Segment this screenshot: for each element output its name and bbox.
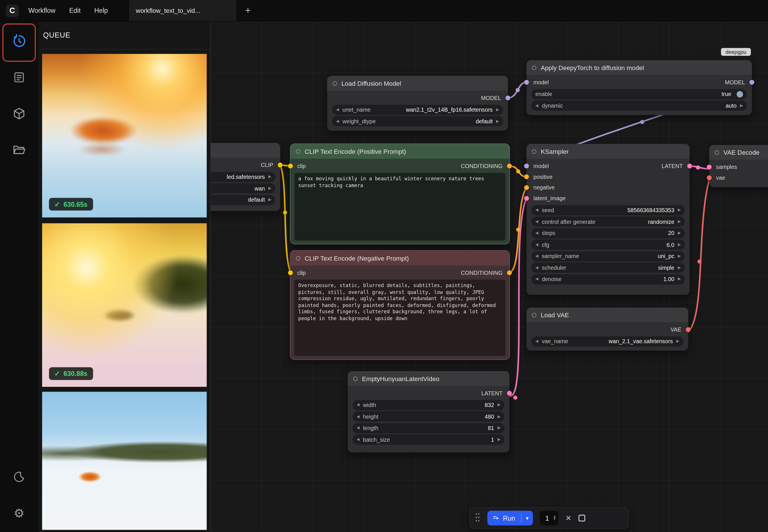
menu-workflow[interactable]: Workflow [24, 0, 64, 21]
conditioning-port-dot[interactable] [524, 174, 529, 179]
collapse-dot-icon[interactable] [532, 313, 536, 317]
settings-button[interactable]: ⚙ [9, 504, 29, 523]
theme-toggle-button[interactable] [9, 467, 29, 487]
decrement-icon[interactable] [535, 231, 538, 235]
widget-scheduler[interactable]: scheduler simple [532, 263, 685, 273]
stop-icon[interactable] [578, 515, 585, 521]
close-icon[interactable] [565, 514, 572, 523]
increment-icon[interactable] [740, 104, 743, 108]
output-port-conditioning[interactable]: CONDITIONING [461, 270, 509, 276]
node-header[interactable]: Load Diffusion Model [327, 76, 508, 91]
increment-icon[interactable] [498, 403, 501, 407]
comfyui-logo-icon[interactable]: C [6, 4, 19, 17]
output-port-model[interactable]: MODEL [481, 95, 508, 101]
node-load-diffusion-model[interactable]: Load Diffusion Model MODEL unet_name wan… [327, 76, 508, 131]
increment-icon[interactable] [678, 220, 681, 224]
decrement-icon[interactable] [535, 208, 538, 212]
decrement-icon[interactable] [357, 437, 360, 441]
widget-width[interactable]: width 832 [353, 400, 504, 410]
decrement-icon[interactable] [535, 243, 538, 247]
widget-control-after-generate[interactable]: control after generate randomize [532, 216, 685, 227]
queue-thumbnail-1[interactable]: ✓ 630.65s [42, 54, 207, 217]
new-tab-button[interactable]: + [237, 0, 259, 21]
vae-port-dot[interactable] [686, 327, 691, 332]
model-port-dot[interactable] [524, 80, 529, 85]
increment-icon[interactable] [498, 426, 501, 430]
decrement-icon[interactable] [535, 277, 538, 281]
input-port-model[interactable]: model [526, 163, 549, 169]
chevron-down-icon[interactable] [522, 515, 533, 521]
widget-device[interactable]: default [211, 195, 275, 205]
menu-edit[interactable]: Edit [64, 0, 89, 21]
increment-icon[interactable] [496, 119, 499, 123]
clip-port-dot[interactable] [278, 163, 283, 167]
vae-port-dot[interactable] [707, 175, 712, 180]
sidebar-item-queue[interactable] [9, 31, 29, 51]
increment-icon[interactable] [678, 231, 681, 235]
widget-length[interactable]: length 81 [353, 423, 504, 433]
clip-port-dot[interactable] [288, 163, 293, 168]
increment-icon[interactable] [498, 437, 501, 441]
node-clip-text-encode-negative[interactable]: CLIP Text Encode (Negative Prompt) clip … [291, 251, 510, 359]
widget-type[interactable]: wan [211, 183, 275, 193]
collapse-dot-icon[interactable] [296, 256, 300, 260]
input-port-negative[interactable]: negative [526, 185, 555, 191]
toggle-icon[interactable] [737, 91, 743, 97]
widget-steps[interactable]: steps 20 [532, 228, 685, 238]
conditioning-port-dot[interactable] [524, 185, 529, 190]
widget-cfg[interactable]: cfg 6.0 [532, 240, 685, 250]
negative-prompt-textarea[interactable]: Overexposure, static, blurred details, s… [294, 280, 505, 356]
increment-icon[interactable] [678, 266, 681, 270]
collapse-dot-icon[interactable] [715, 150, 719, 154]
increment-icon[interactable] [268, 175, 271, 179]
input-port-samples[interactable]: samples [709, 164, 737, 170]
increment-icon[interactable] [678, 243, 681, 247]
widget-batch-size[interactable]: batch_size 1 [353, 434, 504, 445]
node-header[interactable]: Load VAE [526, 308, 688, 322]
output-port-model[interactable]: MODEL [725, 79, 752, 85]
sidebar-item-node-library[interactable] [9, 104, 29, 124]
collapse-dot-icon[interactable] [353, 376, 358, 380]
workflow-tab[interactable]: workflow_text_to_vid... [128, 0, 237, 21]
output-port-clip[interactable]: CLIP [261, 162, 280, 168]
menu-help[interactable]: Help [89, 0, 117, 21]
widget-enable[interactable]: enable true [532, 89, 747, 99]
latent-port-dot[interactable] [524, 196, 529, 201]
positive-prompt-textarea[interactable]: a fox moving quickly in a beautiful wint… [294, 173, 505, 240]
graph-canvas[interactable]: CLIP led.safetensors wan default Load Di… [211, 22, 768, 532]
widget-denoise[interactable]: denoise 1.00 [532, 274, 685, 284]
node-ksampler[interactable]: KSampler model LATENT positive negative [526, 144, 690, 295]
output-port-latent[interactable]: LATENT [481, 390, 509, 396]
node-load-clip[interactable]: CLIP led.safetensors wan default [211, 143, 280, 211]
input-port-model[interactable]: model [526, 79, 549, 85]
queue-thumbnail-2[interactable]: ✓ 630.88s [42, 223, 207, 387]
increment-icon[interactable] [678, 208, 681, 212]
widget-sampler-name[interactable]: sampler_name uni_pc [532, 251, 685, 261]
queue-thumbnail-3[interactable] [42, 392, 207, 530]
node-header[interactable]: VAE Decode [709, 145, 768, 160]
widget-weight-dtype[interactable]: weight_dtype default [332, 116, 503, 126]
node-load-vae[interactable]: Load VAE VAE vae_name wan_2.1_vae.safete… [526, 308, 688, 351]
widget-vae-name[interactable]: vae_name wan_2.1_vae.safetensors [532, 336, 683, 346]
node-header[interactable]: KSampler [526, 144, 690, 159]
model-port-dot[interactable] [749, 80, 754, 85]
decrement-count-icon[interactable] [553, 518, 555, 521]
widget-height[interactable]: height 480 [353, 411, 504, 421]
input-port-positive[interactable]: positive [526, 174, 552, 180]
input-port-latent-image[interactable]: latent_image [526, 195, 565, 201]
output-port-conditioning[interactable]: CONDITIONING [461, 163, 509, 169]
conditioning-port-dot[interactable] [507, 163, 512, 168]
widget-unet-name[interactable]: unet_name wan2.1_t2v_14B_fp16.safetensor… [332, 105, 503, 115]
decrement-icon[interactable] [535, 339, 538, 343]
node-apply-deepytorch[interactable]: deepgpu Apply DeepyTorch to diffusion mo… [526, 60, 752, 115]
output-port-latent[interactable]: LATENT [661, 163, 689, 169]
node-header[interactable]: CLIP Text Encode (Negative Prompt) [291, 251, 510, 265]
decrement-icon[interactable] [535, 254, 538, 258]
increment-icon[interactable] [268, 198, 271, 202]
run-button[interactable]: Run [487, 511, 533, 525]
node-empty-hunyuan-latent-video[interactable]: EmptyHunyuanLatentVideo LATENT width 832… [348, 371, 509, 452]
collapse-dot-icon[interactable] [332, 81, 337, 85]
decrement-icon[interactable] [357, 414, 360, 418]
node-header[interactable]: Apply DeepyTorch to diffusion model [526, 60, 752, 75]
latent-port-dot[interactable] [707, 165, 712, 169]
